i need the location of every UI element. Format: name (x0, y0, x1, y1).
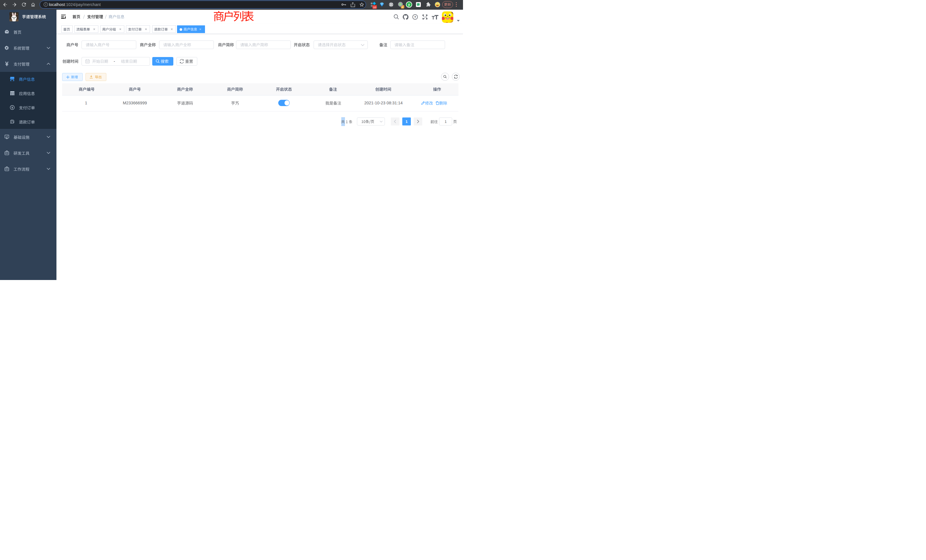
svg-text:M233666999: M233666999 (123, 101, 147, 105)
svg-text:1: 1 (85, 101, 87, 105)
svg-text:2021-10-23 08:31:14: 2021-10-23 08:31:14 (365, 101, 403, 105)
